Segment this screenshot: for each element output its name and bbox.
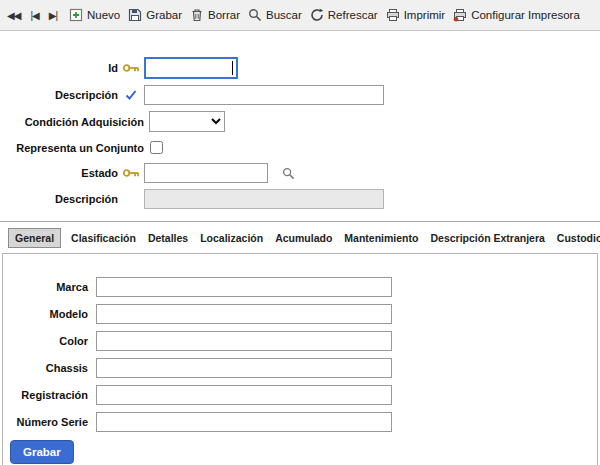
new-button-label: Nuevo — [87, 9, 120, 21]
numero-serie-input[interactable] — [96, 412, 392, 432]
tab-acumulado[interactable]: Acumulado — [273, 229, 334, 247]
spellcheck-icon — [118, 89, 144, 101]
nav-first-button[interactable]: ◀◀ — [7, 10, 20, 21]
numero-serie-row: Número Serie — [3, 412, 597, 432]
search-button-label: Buscar — [266, 9, 302, 21]
printer-setup-button[interactable]: Configurar Impresora — [453, 8, 580, 22]
save-button-label: Grabar — [146, 9, 182, 21]
descripcion-input[interactable] — [144, 85, 384, 105]
refresh-button-label: Refrescar — [328, 9, 378, 21]
condicion-adquisicion-label: Condición Adquisición — [0, 116, 144, 128]
representa-conjunto-checkbox[interactable] — [150, 141, 163, 154]
estado-label: Estado — [0, 167, 118, 179]
chassis-label: Chassis — [3, 362, 88, 374]
print-button-label: Imprimir — [404, 9, 446, 21]
text-caret — [232, 61, 233, 75]
refresh-button[interactable]: Refrescar — [310, 8, 378, 22]
id-row: Id — [0, 57, 600, 79]
tab-detalles[interactable]: Detalles — [146, 229, 190, 247]
numero-serie-label: Número Serie — [3, 416, 88, 428]
refresh-icon — [310, 8, 324, 22]
tab-custodio[interactable]: Custodio — [555, 229, 600, 247]
chassis-input[interactable] — [96, 358, 392, 378]
color-label: Color — [3, 335, 88, 347]
key-icon — [118, 168, 144, 178]
estado-descripcion-row: Descripción — [0, 189, 600, 209]
estado-lookup-icon[interactable] — [282, 167, 295, 180]
save-icon — [128, 8, 142, 22]
representa-conjunto-label: Representa un Conjunto — [0, 142, 144, 154]
header-form: Id Descripción Condición Adquisición Rep… — [0, 31, 600, 209]
delete-button[interactable]: Borrar — [190, 8, 240, 22]
printer-setup-button-label: Configurar Impresora — [471, 9, 580, 21]
printer-icon — [386, 8, 400, 22]
tab-bar: General Clasificación Detalles Localizac… — [0, 221, 600, 252]
color-input[interactable] — [96, 331, 392, 351]
condicion-row: Condición Adquisición — [0, 111, 600, 132]
conjunto-row: Representa un Conjunto — [0, 141, 600, 154]
grabar-submit-button[interactable]: Grabar — [10, 440, 74, 464]
marca-row: Marca — [3, 277, 597, 297]
modelo-label: Modelo — [3, 308, 88, 320]
estado-row: Estado — [0, 163, 600, 183]
tab-mantenimiento[interactable]: Mantenimiento — [342, 229, 420, 247]
nav-prev-button[interactable]: |◀ — [30, 10, 38, 21]
modelo-row: Modelo — [3, 304, 597, 324]
estado-descripcion-label: Descripción — [0, 193, 118, 205]
print-button[interactable]: Imprimir — [386, 8, 446, 22]
id-label: Id — [0, 62, 118, 74]
registracion-row: Registración — [3, 385, 597, 405]
descripcion-row: Descripción — [0, 85, 600, 105]
printer-config-icon — [453, 8, 467, 22]
color-row: Color — [3, 331, 597, 351]
chassis-row: Chassis — [3, 358, 597, 378]
marca-label: Marca — [3, 281, 88, 293]
new-button[interactable]: Nuevo — [69, 8, 120, 22]
descripcion-label: Descripción — [0, 89, 118, 101]
tab-general[interactable]: General — [8, 228, 61, 248]
modelo-input[interactable] — [96, 304, 392, 324]
toolbar: ◀◀ |◀ ▶| Nuevo Grabar Borrar Buscar Refr… — [0, 0, 600, 31]
condicion-adquisicion-select[interactable] — [149, 111, 225, 132]
registracion-label: Registración — [3, 389, 88, 401]
trash-icon — [190, 8, 204, 22]
registracion-input[interactable] — [96, 385, 392, 405]
key-icon — [118, 63, 144, 73]
id-input[interactable] — [144, 57, 238, 79]
nav-next-button[interactable]: ▶| — [49, 10, 57, 21]
new-icon — [69, 8, 83, 22]
search-icon — [248, 8, 262, 22]
record-nav: ◀◀ |◀ ▶| — [7, 10, 57, 21]
tab-descripcion-extranjera[interactable]: Descripción Extranjera — [428, 229, 546, 247]
search-button[interactable]: Buscar — [248, 8, 302, 22]
estado-descripcion-input — [144, 189, 384, 209]
general-tab-panel: Marca Modelo Color Chassis Registración … — [2, 253, 598, 465]
estado-input[interactable] — [144, 163, 268, 183]
delete-button-label: Borrar — [208, 9, 240, 21]
save-button[interactable]: Grabar — [128, 8, 182, 22]
tab-clasificacion[interactable]: Clasificación — [69, 229, 138, 247]
marca-input[interactable] — [96, 277, 392, 297]
tab-localizacion[interactable]: Localización — [198, 229, 265, 247]
